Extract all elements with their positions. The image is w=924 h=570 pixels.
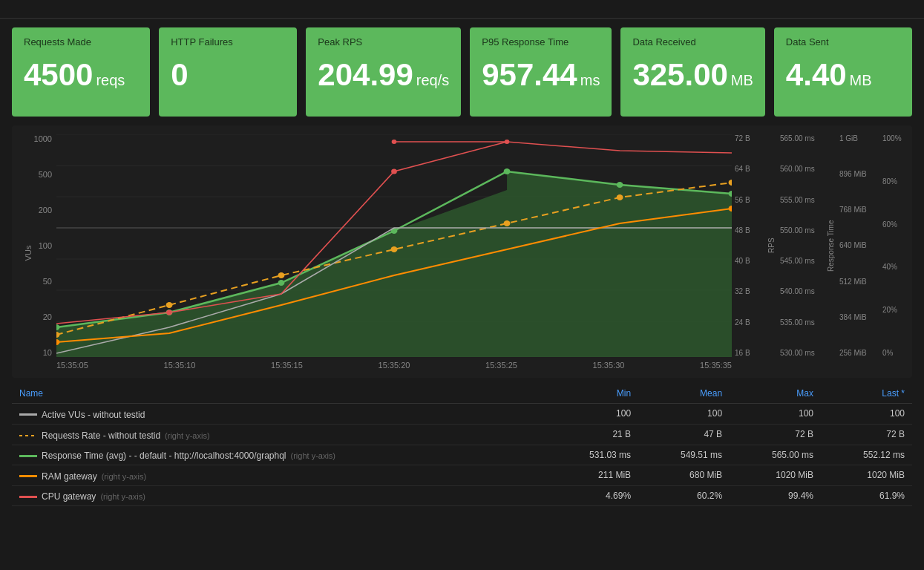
metric-card-http-failures: HTTP Failures 0	[159, 27, 297, 117]
header	[0, 0, 924, 19]
legend-mean: 47 B	[638, 424, 730, 445]
legend-name: RAM gateway (right y-axis)	[12, 465, 547, 486]
col-min: Min	[547, 384, 638, 404]
legend-last: 1020 MiB	[821, 465, 912, 486]
svg-point-19	[278, 272, 285, 278]
metric-card-peak-rps: Peak RPS 204.99req/s	[306, 27, 461, 117]
legend-mean: 100	[638, 404, 730, 425]
legend-max: 100	[730, 404, 821, 425]
metric-card-p95-response: P95 Response Time 957.44ms	[470, 27, 612, 117]
col-last: Last *	[821, 384, 912, 404]
svg-point-27	[392, 140, 397, 144]
metric-value-p95-response: 957.44ms	[482, 59, 600, 91]
svg-point-28	[505, 140, 510, 144]
metric-label-peak-rps: Peak RPS	[318, 36, 449, 48]
metric-unit-data-received: MB	[731, 72, 753, 88]
right-axes: 72 B 64 B 56 B 48 B 40 B 32 B 24 B 16 B …	[732, 134, 906, 372]
legend-name: Active VUs - without testid	[12, 404, 547, 425]
legend-container: Name Min Mean Max Last * Active VUs - wi…	[12, 384, 912, 506]
x-axis: 15:35:05 15:35:10 15:35:15 15:35:20 15:3…	[56, 359, 732, 371]
legend-row: Active VUs - without testid 100 100 100 …	[12, 404, 912, 425]
metric-value-requests-made: 4500reqs	[24, 59, 138, 91]
metric-value-data-received: 325.00MB	[632, 59, 753, 91]
legend-row: CPU gateway (right y-axis) 4.69% 60.2% 9…	[12, 485, 912, 506]
legend-last: 72 B	[821, 424, 912, 445]
svg-point-25	[391, 169, 397, 174]
legend-min: 100	[547, 404, 638, 425]
metric-unit-data-sent: MB	[850, 72, 872, 88]
col-name: Name	[12, 384, 547, 404]
svg-point-15	[617, 182, 623, 188]
legend-mean: 680 MiB	[638, 465, 730, 486]
svg-point-14	[504, 168, 511, 174]
legend-mean: 549.51 ms	[638, 445, 730, 465]
legend-min: 211 MiB	[547, 465, 638, 486]
y-axis-left-label: VUs	[24, 246, 33, 261]
legend-row: RAM gateway (right y-axis) 211 MiB 680 M…	[12, 465, 912, 486]
legend-row: Requests Rate - without testid (right y-…	[12, 424, 912, 445]
legend-mean: 60.2%	[638, 485, 730, 506]
svg-point-12	[278, 280, 285, 286]
svg-point-24	[166, 310, 172, 315]
metric-unit-p95-response: ms	[580, 72, 600, 88]
svg-point-22	[617, 194, 623, 200]
rps-axis-label: RPS	[766, 134, 777, 357]
metric-unit-peak-rps: req/s	[416, 72, 449, 88]
chart-main: 15:35:05 15:35:10 15:35:15 15:35:20 15:3…	[56, 134, 732, 372]
legend-name: CPU gateway (right y-axis)	[12, 485, 547, 506]
legend-last: 61.9%	[821, 485, 912, 506]
metric-label-http-failures: HTTP Failures	[171, 36, 285, 48]
metric-label-p95-response: P95 Response Time	[482, 36, 600, 48]
legend-row: Response Time (avg) - - default - http:/…	[12, 445, 912, 465]
metric-unit-requests-made: reqs	[96, 72, 125, 88]
metric-label-requests-made: Requests Made	[24, 36, 138, 48]
legend-min: 4.69%	[547, 485, 638, 506]
legend-min: 531.03 ms	[547, 445, 638, 465]
legend-max: 72 B	[730, 424, 821, 445]
metric-value-data-sent: 4.40MB	[786, 59, 900, 91]
legend-name: Response Time (avg) - - default - http:/…	[12, 445, 547, 465]
svg-marker-9	[56, 171, 732, 357]
metric-card-data-received: Data Received 325.00MB	[620, 27, 764, 117]
svg-point-21	[504, 220, 511, 226]
metric-value-http-failures: 0	[171, 59, 285, 91]
svg-point-20	[391, 246, 398, 252]
metric-label-data-sent: Data Sent	[786, 36, 900, 48]
legend-max: 99.4%	[730, 485, 821, 506]
chart-container: VUs 1000 500 200 100 50 20 10	[12, 125, 912, 378]
legend-last: 552.12 ms	[821, 445, 912, 465]
metric-card-requests-made: Requests Made 4500reqs	[12, 27, 150, 117]
legend-max: 565.00 ms	[730, 445, 821, 465]
svg-point-23	[729, 180, 732, 186]
metric-card-data-sent: Data Sent 4.40MB	[774, 27, 912, 117]
legend-max: 1020 MiB	[730, 465, 821, 486]
metric-value-peak-rps: 204.99req/s	[318, 59, 449, 91]
svg-point-18	[166, 302, 173, 308]
metrics-row: Requests Made 4500reqs HTTP Failures 0 P…	[0, 19, 924, 125]
legend-last: 100	[821, 404, 912, 425]
metric-label-data-received: Data Received	[632, 36, 753, 48]
response-time-axis-label: Response Time	[825, 134, 836, 357]
col-max: Max	[730, 384, 821, 404]
legend-name: Requests Rate - without testid (right y-…	[12, 424, 547, 445]
col-mean: Mean	[638, 384, 730, 404]
legend-min: 21 B	[547, 424, 638, 445]
